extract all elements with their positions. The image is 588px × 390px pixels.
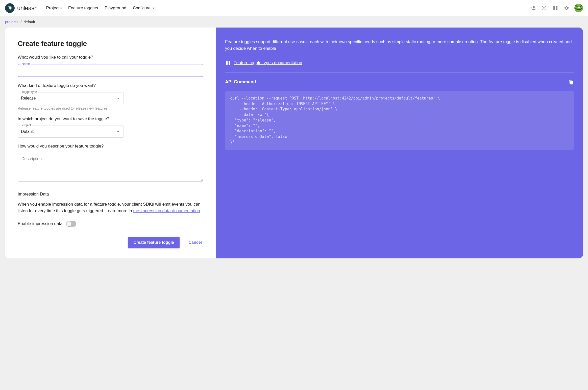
svg-rect-5 [577, 6, 578, 7]
impression-doc-link[interactable]: the impression data documentation [133, 208, 200, 213]
type-label: Toggle type [20, 90, 38, 94]
enable-impression-label: Enable impression data [18, 221, 63, 226]
type-value: Release [21, 96, 36, 100]
side-intro: Feature toggles support different use ca… [225, 39, 574, 52]
breadcrumb-projects[interactable]: projects [5, 20, 18, 24]
page-title: Create feature toggle [18, 40, 203, 48]
form-panel: Create feature toggle What would you lik… [5, 28, 216, 258]
brand-name: unleash [17, 5, 38, 12]
types-doc-link[interactable]: Feature toggle types documentation [234, 60, 302, 66]
toggle-type-select[interactable]: Toggle type Release [18, 92, 124, 104]
name-label: Name [21, 62, 31, 66]
chevron-down-icon [152, 6, 156, 10]
description-input[interactable] [18, 153, 203, 182]
svg-rect-9 [577, 9, 581, 10]
breadcrumb: projects / default [0, 16, 588, 28]
svg-rect-10 [578, 7, 580, 8]
divider [225, 72, 574, 72]
impression-title: Impression Data [18, 192, 203, 197]
api-code-block[interactable]: curl --location --request POST 'http://l… [225, 91, 574, 150]
logo[interactable]: unleash [5, 3, 38, 13]
impression-switch[interactable] [66, 221, 76, 227]
api-command-title: API Command [225, 79, 256, 86]
cancel-button[interactable]: Cancel [187, 240, 203, 245]
logo-icon [5, 3, 15, 13]
theme-icon[interactable] [541, 5, 547, 11]
topbar: unleash Projects Feature toggles Playgro… [0, 0, 588, 16]
impression-body: When you enable impression data for a fe… [18, 201, 203, 214]
add-user-icon[interactable] [530, 5, 536, 11]
chevron-down-icon [115, 129, 121, 134]
svg-rect-8 [581, 8, 582, 9]
project-question: In which project do you want to save the… [18, 116, 203, 121]
svg-rect-6 [580, 6, 581, 7]
main-nav: Projects Feature toggles Playground Conf… [46, 6, 156, 11]
project-select[interactable]: Project Default [18, 126, 124, 138]
svg-rect-7 [575, 8, 576, 9]
docs-icon[interactable] [552, 5, 558, 11]
svg-point-0 [533, 6, 535, 8]
avatar[interactable] [574, 4, 583, 12]
nav-projects[interactable]: Projects [46, 6, 62, 11]
svg-rect-11 [570, 81, 573, 84]
name-question: What would you like to call your toggle? [18, 55, 203, 60]
submit-button[interactable]: Create feature toggle [128, 237, 179, 248]
breadcrumb-current: default [23, 20, 35, 24]
project-label: Project [20, 124, 32, 127]
nav-configure[interactable]: Configure [133, 6, 156, 10]
nav-feature-toggles[interactable]: Feature toggles [68, 6, 98, 11]
copy-icon[interactable] [568, 79, 574, 85]
svg-rect-3 [575, 5, 576, 6]
name-field-wrapper[interactable]: Name [18, 64, 203, 77]
svg-point-1 [543, 7, 545, 9]
toolbar-icons [530, 4, 583, 12]
book-icon [225, 60, 231, 66]
content-card: Create feature toggle What would you lik… [5, 28, 583, 258]
chevron-down-icon [115, 95, 121, 101]
type-helper: Release feature toggles are used to rele… [18, 106, 203, 110]
settings-icon[interactable] [563, 5, 569, 11]
nav-playground[interactable]: Playground [105, 6, 126, 11]
project-value: Default [21, 129, 34, 134]
breadcrumb-sep: / [20, 20, 21, 24]
desc-question: How would you describe your feature togg… [18, 144, 203, 149]
side-panel: Feature toggles support different use ca… [216, 28, 583, 258]
name-input[interactable] [21, 68, 200, 73]
type-question: What kind of feature toggle do you want? [18, 83, 203, 88]
nav-configure-label: Configure [133, 6, 150, 10]
svg-rect-4 [581, 5, 582, 6]
